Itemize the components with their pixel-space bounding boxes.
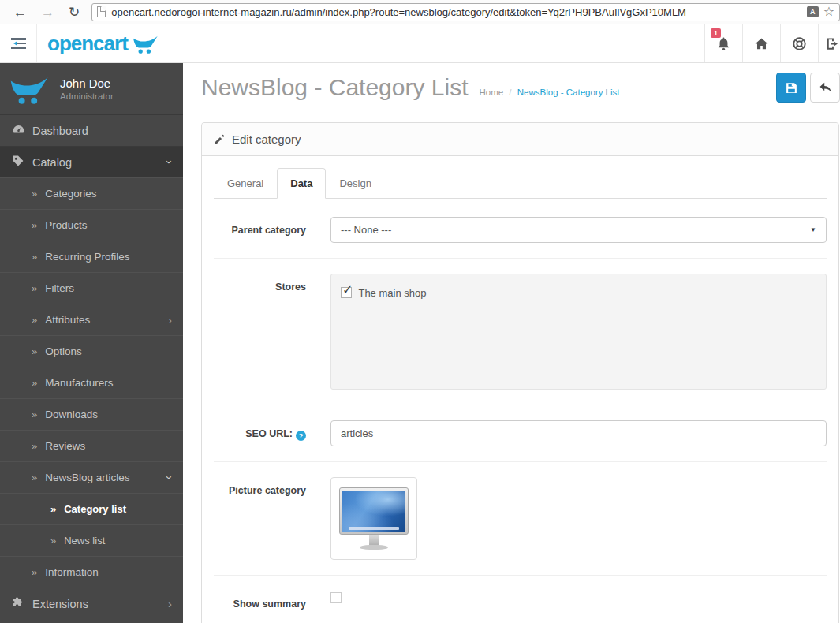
tab-design[interactable]: Design <box>326 168 384 199</box>
sidebar-item-label: Products <box>45 219 87 231</box>
seo-url-label-text: SEO URL: <box>245 428 293 439</box>
support-button[interactable] <box>780 24 818 62</box>
sidebar-item-information[interactable]: » Information <box>0 556 183 588</box>
parent-category-control: --- None --- ▼ <box>330 217 827 243</box>
seo-url-group: SEO URL:? <box>214 405 827 461</box>
sidebar-item-label: Catalog <box>32 156 72 169</box>
reply-arrow-icon <box>819 81 832 95</box>
category-image-thumbnail[interactable] <box>330 477 417 560</box>
seo-url-input[interactable] <box>330 420 827 446</box>
chevron-right-icon: › <box>168 314 172 326</box>
sidebar-toggle-button[interactable] <box>0 24 37 62</box>
floppy-save-icon <box>786 82 797 94</box>
sidebar-item-label: Manufacturers <box>45 377 113 389</box>
address-bar[interactable]: opencart.nedorogoi-internet-magazin.ru/a… <box>91 3 840 21</box>
panel-heading: Edit category <box>202 123 838 156</box>
store-checkbox[interactable]: ✓ <box>341 287 352 298</box>
pencil-icon <box>214 134 225 145</box>
checkmark-icon: ✓ <box>342 282 353 297</box>
breadcrumb-home[interactable]: Home <box>479 88 503 97</box>
sidebar-item-extensions[interactable]: Extensions › <box>0 588 183 619</box>
sidebar-item-newsblog-articles[interactable]: » NewsBlog articles › <box>0 461 183 493</box>
logout-icon <box>825 36 840 51</box>
tag-icon <box>12 155 32 170</box>
sidebar-item-label: Dashboard <box>32 125 88 137</box>
stores-control: ✓ The main shop <box>330 274 827 390</box>
sidebar-item-label: Categories <box>45 188 96 200</box>
sidebar-item-label: Extensions <box>32 598 88 610</box>
double-angle-icon: » <box>32 472 37 483</box>
sidebar-item-category-list[interactable]: » Category list <box>0 493 183 524</box>
tab-data[interactable]: Data <box>277 168 326 199</box>
notifications-button[interactable]: 1 <box>704 24 742 62</box>
browser-toolbar: ← → ↻ opencart.nedorogoi-internet-magazi… <box>0 0 840 24</box>
double-angle-icon: » <box>32 440 37 452</box>
bookmark-star-icon[interactable]: ☆ <box>823 6 834 18</box>
sidebar-item-label: Attributes <box>45 314 90 326</box>
sidebar-item-dashboard[interactable]: Dashboard <box>0 114 183 146</box>
menu-toggle-icon <box>11 38 26 49</box>
picture-category-control <box>330 477 827 560</box>
double-angle-icon: » <box>32 282 37 294</box>
header-icon-group: 1 <box>704 24 840 62</box>
show-summary-checkbox[interactable] <box>330 592 342 603</box>
browser-back-button[interactable]: ← <box>6 6 34 19</box>
translate-icon[interactable]: A <box>807 6 819 17</box>
double-angle-icon: » <box>32 188 37 200</box>
user-profile: John Doe Administrator <box>0 63 183 114</box>
cart-logo-icon <box>9 73 50 105</box>
question-help-icon[interactable]: ? <box>296 431 306 441</box>
breadcrumb-current-link[interactable]: NewsBlog - Category List <box>517 88 620 97</box>
parent-category-select[interactable]: --- None --- ▼ <box>330 217 827 243</box>
double-angle-icon: » <box>50 535 56 547</box>
selected-value: --- None --- <box>341 224 391 236</box>
logout-button[interactable] <box>818 24 840 62</box>
tab-general[interactable]: General <box>214 168 277 199</box>
sidebar-item-label: Downloads <box>45 408 98 420</box>
sidebar-item-categories[interactable]: » Categories <box>0 177 183 209</box>
browser-forward-button[interactable]: → <box>34 6 62 19</box>
show-summary-label: Show summary <box>214 591 306 611</box>
monitor-image <box>339 487 409 550</box>
browser-reload-button[interactable]: ↻ <box>62 6 87 19</box>
opencart-logo[interactable]: opencart <box>37 24 159 62</box>
home-icon <box>754 36 769 51</box>
notification-badge: 1 <box>711 28 721 38</box>
parent-category-label: Parent category <box>214 217 306 243</box>
sidebar-item-manufacturers[interactable]: » Manufacturers <box>0 367 183 398</box>
sidebar-item-label: Category list <box>64 503 126 515</box>
edit-category-panel: Edit category General Data Design Parent… <box>201 122 839 623</box>
tab-bar: General Data Design <box>214 168 827 199</box>
page-icon <box>97 6 106 17</box>
double-angle-icon: » <box>32 251 37 263</box>
panel-title: Edit category <box>232 132 301 146</box>
user-role: Administrator <box>60 91 114 101</box>
url-text[interactable]: opencart.nedorogoi-internet-magazin.ru/a… <box>111 6 805 18</box>
stores-list-box: ✓ The main shop <box>330 274 827 390</box>
sidebar-item-options[interactable]: » Options <box>0 335 183 367</box>
breadcrumb-separator: / <box>509 88 511 97</box>
sidebar-item-products[interactable]: » Products <box>0 209 183 241</box>
life-ring-icon <box>792 36 807 51</box>
sidebar-item-news-list[interactable]: » News list <box>0 524 183 556</box>
main-content: NewsBlog - Category List Home / NewsBlog… <box>183 63 840 623</box>
home-button[interactable] <box>742 24 780 62</box>
select-caret-icon: ▼ <box>810 226 816 233</box>
brand-text: opencart <box>47 32 128 56</box>
double-angle-icon: » <box>32 566 37 578</box>
sidebar-item-reviews[interactable]: » Reviews <box>0 430 183 461</box>
sidebar-item-filters[interactable]: » Filters <box>0 272 183 304</box>
save-button[interactable] <box>776 73 806 103</box>
stores-label: Stores <box>214 274 306 390</box>
sidebar-item-catalog[interactable]: Catalog › <box>0 146 183 177</box>
sidebar-item-attributes[interactable]: » Attributes › <box>0 304 183 335</box>
sidebar-item-downloads[interactable]: » Downloads <box>0 398 183 430</box>
double-angle-icon: » <box>32 345 37 357</box>
app-header: opencart 1 <box>0 24 840 63</box>
back-button[interactable] <box>810 73 840 103</box>
store-option-label: The main shop <box>358 287 426 299</box>
sidebar-item-label: NewsBlog articles <box>45 472 129 483</box>
sidebar-item-recurring-profiles[interactable]: » Recurring Profiles <box>0 241 183 272</box>
breadcrumb: Home / NewsBlog - Category List <box>479 88 619 97</box>
seo-url-label: SEO URL:? <box>214 420 306 446</box>
